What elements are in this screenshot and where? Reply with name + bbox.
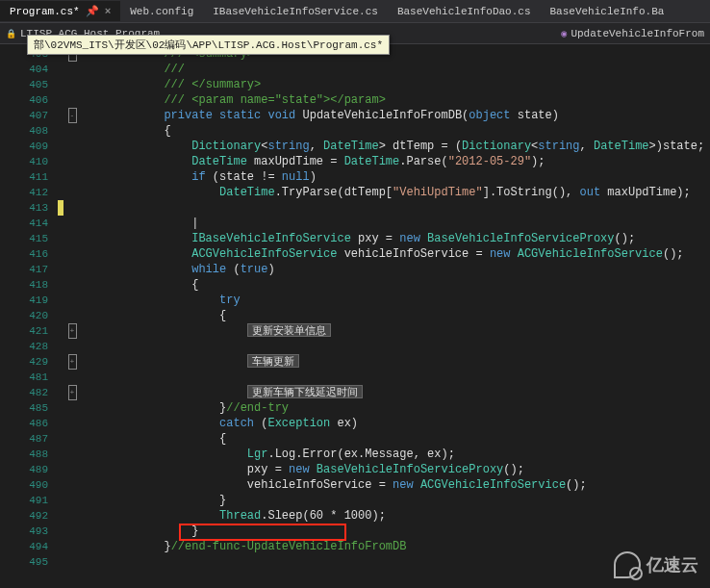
code-line[interactable]: vehicleInfoService = new ACGVehicleInfoS… [81, 477, 710, 493]
fold-toggle[interactable]: + [68, 385, 77, 400]
line-number: 494 [0, 539, 48, 554]
tab-program-cs[interactable]: Program.cs* 📌 × [0, 1, 120, 21]
line-number: 421 [0, 323, 48, 339]
tab-ibasevehicleinfoservice[interactable]: IBaseVehicleInfoService.cs [203, 2, 388, 21]
line-number: 418 [0, 277, 48, 293]
method-icon: ◉ [561, 29, 567, 39]
line-number: 419 [0, 293, 48, 308]
code-line[interactable]: if (state != null) [81, 169, 710, 185]
line-number: 420 [0, 308, 48, 323]
tab-label: Program.cs* [10, 6, 80, 17]
code-editor[interactable]: 4034044054064074084094104114124134144154… [0, 44, 710, 588]
line-number: 409 [0, 139, 48, 154]
line-number: 407 [0, 108, 48, 123]
collapsed-region[interactable]: 更新安装单信息 [247, 323, 331, 337]
line-number: 491 [0, 493, 48, 508]
line-number: 428 [0, 339, 48, 354]
code-line[interactable]: /// <param name="state"></param> [81, 92, 710, 108]
code-line[interactable]: { [81, 123, 710, 139]
line-number: 488 [0, 447, 48, 462]
fold-column: --+++ [63, 44, 81, 588]
nav-right[interactable]: ◉UpdateVehicleInfoFrom [561, 28, 704, 39]
tab-web-config[interactable]: Web.config [120, 2, 203, 21]
tab-label: BaseVehicleInfoDao.cs [397, 6, 531, 17]
code-line[interactable]: } [81, 493, 710, 508]
code-line[interactable]: while (true) [81, 262, 710, 277]
line-number: 487 [0, 431, 48, 447]
line-number: 486 [0, 416, 48, 431]
line-number: 416 [0, 246, 48, 262]
line-number: 411 [0, 169, 48, 185]
code-line[interactable]: /// </summary> [81, 77, 710, 92]
code-line[interactable]: catch (Exception ex) [81, 416, 710, 431]
pin-icon[interactable]: 📌 [86, 5, 99, 17]
code-line[interactable]: 车辆更新 [81, 354, 710, 370]
code-line[interactable]: /// [81, 62, 710, 77]
file-path-tooltip: 部\02VMS_ITS\开发区\02编码\APP\LTISP.ACG.Host\… [27, 35, 390, 55]
line-number: 417 [0, 262, 48, 277]
fold-toggle[interactable]: + [68, 354, 77, 370]
line-number: 415 [0, 231, 48, 246]
line-number: 429 [0, 354, 48, 370]
line-number: 481 [0, 370, 48, 385]
line-number: 485 [0, 400, 48, 416]
code-line[interactable]: { [81, 308, 710, 323]
watermark-text: 亿速云 [647, 553, 698, 576]
collapsed-region[interactable]: 更新车辆下线延迟时间 [247, 385, 363, 398]
code-line[interactable]: DateTime.TryParse(dtTemp["VehiUpdTime"].… [81, 185, 710, 200]
code-line[interactable]: 更新安装单信息 [81, 323, 710, 339]
line-number: 492 [0, 508, 48, 524]
tab-basevehicleinfodao[interactable]: BaseVehicleInfoDao.cs [388, 2, 541, 21]
code-line[interactable]: { [81, 277, 710, 293]
tab-label: BaseVehicleInfo.Ba [550, 6, 665, 17]
line-number: 490 [0, 477, 48, 493]
code-line[interactable]: { [81, 431, 710, 447]
tab-basevehicleinfo[interactable]: BaseVehicleInfo.Ba [541, 2, 674, 21]
line-number: 414 [0, 216, 48, 231]
tab-bar: Program.cs* 📌 × Web.config IBaseVehicleI… [0, 0, 710, 23]
line-number: 405 [0, 77, 48, 92]
close-icon[interactable]: × [105, 6, 112, 17]
code-line[interactable]: } [81, 524, 710, 539]
line-number: 489 [0, 462, 48, 477]
code-line[interactable]: ACGVehicleInfoService vehicleInfoService… [81, 246, 710, 262]
line-number: 406 [0, 92, 48, 108]
line-number: 482 [0, 385, 48, 400]
line-number: 404 [0, 62, 48, 77]
code-line[interactable]: IBaseVehicleInfoService pxy = new BaseVe… [81, 231, 710, 246]
line-number: 413 [0, 200, 48, 216]
code-area[interactable]: /// <summary> /// /// </summary> /// <pa… [81, 44, 710, 588]
code-line[interactable] [81, 370, 710, 385]
line-number: 495 [0, 554, 48, 570]
code-line[interactable]: | [81, 216, 710, 231]
line-number: 412 [0, 185, 48, 200]
line-number: 493 [0, 524, 48, 539]
code-line[interactable] [81, 339, 710, 354]
nav-member-dropdown[interactable]: UpdateVehicleInfoFrom [571, 28, 704, 39]
code-line[interactable]: pxy = new BaseVehicleInfoServiceProxy(); [81, 462, 710, 477]
code-line[interactable]: 更新车辆下线延迟时间 [81, 385, 710, 400]
code-line[interactable]: private static void UpdateVehicleInfoFro… [81, 108, 710, 123]
tab-label: IBaseVehicleInfoService.cs [213, 6, 378, 17]
fold-toggle[interactable]: - [68, 108, 77, 123]
code-line[interactable]: Thread.Sleep(60 * 1000); [81, 508, 710, 524]
collapsed-region[interactable]: 车辆更新 [247, 354, 299, 368]
fold-toggle[interactable]: + [68, 323, 77, 339]
line-number: 410 [0, 154, 48, 169]
code-line[interactable]: Dictionary<string, DateTime> dtTemp = (D… [81, 139, 710, 154]
lock-icon: 🔒 [6, 30, 16, 39]
code-line[interactable] [81, 200, 710, 216]
watermark-logo-icon [614, 551, 641, 578]
code-line[interactable]: Lgr.Log.Error(ex.Message, ex); [81, 447, 710, 462]
line-number-gutter: 4034044054064074084094104114124134144154… [0, 44, 58, 588]
code-line[interactable]: DateTime maxUpdTime = DateTime.Parse("20… [81, 154, 710, 169]
code-line[interactable]: try [81, 293, 710, 308]
tab-label: Web.config [130, 6, 193, 17]
watermark: 亿速云 [614, 551, 698, 578]
line-number: 408 [0, 123, 48, 139]
code-line[interactable]: }//end-try [81, 400, 710, 416]
